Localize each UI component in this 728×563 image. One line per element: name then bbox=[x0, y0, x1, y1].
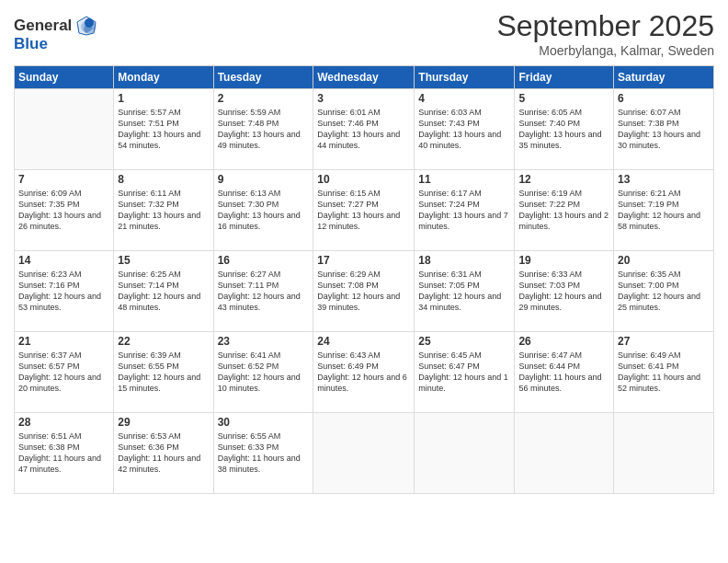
header-friday: Friday bbox=[515, 66, 614, 89]
day-number-3: 3 bbox=[317, 92, 410, 105]
day-info-14: Sunrise: 6:23 AM Sunset: 7:16 PM Dayligh… bbox=[18, 269, 109, 314]
calendar-cell-0-5: 5Sunrise: 6:05 AM Sunset: 7:40 PM Daylig… bbox=[515, 89, 614, 170]
day-info-13: Sunrise: 6:21 AM Sunset: 7:19 PM Dayligh… bbox=[618, 188, 710, 233]
day-number-11: 11 bbox=[418, 173, 510, 186]
calendar-cell-1-4: 11Sunrise: 6:17 AM Sunset: 7:24 PM Dayli… bbox=[415, 170, 515, 251]
logo-text: General Blue bbox=[14, 13, 99, 53]
day-number-15: 15 bbox=[118, 254, 209, 267]
day-number-6: 6 bbox=[618, 92, 710, 105]
weekday-header-row: Sunday Monday Tuesday Wednesday Thursday… bbox=[15, 66, 714, 89]
day-number-14: 14 bbox=[18, 254, 109, 267]
day-number-28: 28 bbox=[18, 416, 109, 429]
day-info-21: Sunrise: 6:37 AM Sunset: 6:57 PM Dayligh… bbox=[18, 350, 109, 395]
logo-general: General bbox=[14, 17, 72, 35]
calendar-cell-1-2: 9Sunrise: 6:13 AM Sunset: 7:30 PM Daylig… bbox=[213, 170, 313, 251]
calendar-cell-3-5: 26Sunrise: 6:47 AM Sunset: 6:44 PM Dayli… bbox=[515, 332, 614, 413]
day-info-23: Sunrise: 6:41 AM Sunset: 6:52 PM Dayligh… bbox=[218, 350, 310, 395]
header-tuesday: Tuesday bbox=[213, 66, 313, 89]
location-subtitle: Moerbylanga, Kalmar, Sweden bbox=[496, 43, 714, 58]
day-info-16: Sunrise: 6:27 AM Sunset: 7:11 PM Dayligh… bbox=[218, 269, 310, 314]
day-number-26: 26 bbox=[518, 335, 609, 348]
calendar-cell-1-0: 7Sunrise: 6:09 AM Sunset: 7:35 PM Daylig… bbox=[15, 170, 114, 251]
day-info-19: Sunrise: 6:33 AM Sunset: 7:03 PM Dayligh… bbox=[518, 269, 609, 314]
day-number-9: 9 bbox=[218, 173, 310, 186]
day-info-4: Sunrise: 6:03 AM Sunset: 7:43 PM Dayligh… bbox=[418, 107, 510, 152]
calendar-cell-2-5: 19Sunrise: 6:33 AM Sunset: 7:03 PM Dayli… bbox=[515, 251, 614, 332]
header-sunday: Sunday bbox=[15, 66, 114, 89]
calendar-cell-0-6: 6Sunrise: 6:07 AM Sunset: 7:38 PM Daylig… bbox=[614, 89, 714, 170]
day-number-1: 1 bbox=[118, 92, 209, 105]
calendar-cell-2-3: 17Sunrise: 6:29 AM Sunset: 7:08 PM Dayli… bbox=[313, 251, 415, 332]
calendar-cell-1-1: 8Sunrise: 6:11 AM Sunset: 7:32 PM Daylig… bbox=[114, 170, 213, 251]
calendar-cell-4-3 bbox=[313, 413, 415, 494]
day-number-29: 29 bbox=[118, 416, 209, 429]
calendar-cell-1-5: 12Sunrise: 6:19 AM Sunset: 7:22 PM Dayli… bbox=[515, 170, 614, 251]
calendar-cell-3-0: 21Sunrise: 6:37 AM Sunset: 6:57 PM Dayli… bbox=[15, 332, 114, 413]
day-number-21: 21 bbox=[18, 335, 109, 348]
day-info-1: Sunrise: 5:57 AM Sunset: 7:51 PM Dayligh… bbox=[118, 107, 209, 152]
day-number-19: 19 bbox=[518, 254, 609, 267]
calendar-cell-0-0 bbox=[15, 89, 114, 170]
day-info-26: Sunrise: 6:47 AM Sunset: 6:44 PM Dayligh… bbox=[518, 350, 609, 395]
calendar-cell-4-1: 29Sunrise: 6:53 AM Sunset: 6:36 PM Dayli… bbox=[114, 413, 213, 494]
calendar-table: Sunday Monday Tuesday Wednesday Thursday… bbox=[14, 65, 714, 494]
day-info-6: Sunrise: 6:07 AM Sunset: 7:38 PM Dayligh… bbox=[618, 107, 710, 152]
day-number-27: 27 bbox=[618, 335, 710, 348]
logo-icon bbox=[74, 13, 99, 39]
calendar-cell-3-6: 27Sunrise: 6:49 AM Sunset: 6:41 PM Dayli… bbox=[614, 332, 714, 413]
day-info-30: Sunrise: 6:55 AM Sunset: 6:33 PM Dayligh… bbox=[218, 431, 310, 476]
day-info-20: Sunrise: 6:35 AM Sunset: 7:00 PM Dayligh… bbox=[618, 269, 710, 314]
month-title: September 2025 bbox=[496, 9, 714, 43]
calendar-cell-2-4: 18Sunrise: 6:31 AM Sunset: 7:05 PM Dayli… bbox=[415, 251, 515, 332]
calendar-cell-2-0: 14Sunrise: 6:23 AM Sunset: 7:16 PM Dayli… bbox=[15, 251, 114, 332]
day-number-12: 12 bbox=[518, 173, 609, 186]
calendar-cell-0-3: 3Sunrise: 6:01 AM Sunset: 7:46 PM Daylig… bbox=[313, 89, 415, 170]
day-number-4: 4 bbox=[418, 92, 510, 105]
header-monday: Monday bbox=[114, 66, 213, 89]
day-number-23: 23 bbox=[218, 335, 310, 348]
day-info-22: Sunrise: 6:39 AM Sunset: 6:55 PM Dayligh… bbox=[118, 350, 209, 395]
calendar-cell-4-4 bbox=[415, 413, 515, 494]
day-info-29: Sunrise: 6:53 AM Sunset: 6:36 PM Dayligh… bbox=[118, 431, 209, 476]
day-number-13: 13 bbox=[618, 173, 710, 186]
week-row-1: 7Sunrise: 6:09 AM Sunset: 7:35 PM Daylig… bbox=[15, 170, 714, 251]
day-number-17: 17 bbox=[317, 254, 410, 267]
day-number-5: 5 bbox=[518, 92, 609, 105]
header-wednesday: Wednesday bbox=[313, 66, 415, 89]
calendar-cell-4-5 bbox=[515, 413, 614, 494]
calendar-cell-3-2: 23Sunrise: 6:41 AM Sunset: 6:52 PM Dayli… bbox=[213, 332, 313, 413]
day-info-10: Sunrise: 6:15 AM Sunset: 7:27 PM Dayligh… bbox=[317, 188, 410, 233]
day-info-17: Sunrise: 6:29 AM Sunset: 7:08 PM Dayligh… bbox=[317, 269, 410, 314]
header-thursday: Thursday bbox=[415, 66, 515, 89]
day-info-3: Sunrise: 6:01 AM Sunset: 7:46 PM Dayligh… bbox=[317, 107, 410, 152]
calendar-cell-4-0: 28Sunrise: 6:51 AM Sunset: 6:38 PM Dayli… bbox=[15, 413, 114, 494]
calendar-cell-3-4: 25Sunrise: 6:45 AM Sunset: 6:47 PM Dayli… bbox=[415, 332, 515, 413]
day-info-28: Sunrise: 6:51 AM Sunset: 6:38 PM Dayligh… bbox=[18, 431, 109, 476]
calendar-cell-0-1: 1Sunrise: 5:57 AM Sunset: 7:51 PM Daylig… bbox=[114, 89, 213, 170]
calendar-cell-2-6: 20Sunrise: 6:35 AM Sunset: 7:00 PM Dayli… bbox=[614, 251, 714, 332]
calendar-cell-0-4: 4Sunrise: 6:03 AM Sunset: 7:43 PM Daylig… bbox=[415, 89, 515, 170]
day-info-15: Sunrise: 6:25 AM Sunset: 7:14 PM Dayligh… bbox=[118, 269, 209, 314]
day-info-9: Sunrise: 6:13 AM Sunset: 7:30 PM Dayligh… bbox=[218, 188, 310, 233]
day-info-18: Sunrise: 6:31 AM Sunset: 7:05 PM Dayligh… bbox=[418, 269, 510, 314]
week-row-4: 28Sunrise: 6:51 AM Sunset: 6:38 PM Dayli… bbox=[15, 413, 714, 494]
day-number-8: 8 bbox=[118, 173, 209, 186]
calendar-cell-2-2: 16Sunrise: 6:27 AM Sunset: 7:11 PM Dayli… bbox=[213, 251, 313, 332]
day-number-25: 25 bbox=[418, 335, 510, 348]
week-row-0: 1Sunrise: 5:57 AM Sunset: 7:51 PM Daylig… bbox=[15, 89, 714, 170]
day-number-18: 18 bbox=[418, 254, 510, 267]
title-block: September 2025 Moerbylanga, Kalmar, Swed… bbox=[496, 9, 714, 58]
week-row-2: 14Sunrise: 6:23 AM Sunset: 7:16 PM Dayli… bbox=[15, 251, 714, 332]
day-info-25: Sunrise: 6:45 AM Sunset: 6:47 PM Dayligh… bbox=[418, 350, 510, 395]
calendar-cell-2-1: 15Sunrise: 6:25 AM Sunset: 7:14 PM Dayli… bbox=[114, 251, 213, 332]
day-info-12: Sunrise: 6:19 AM Sunset: 7:22 PM Dayligh… bbox=[518, 188, 609, 233]
day-number-24: 24 bbox=[317, 335, 410, 348]
day-number-20: 20 bbox=[618, 254, 710, 267]
calendar-cell-4-2: 30Sunrise: 6:55 AM Sunset: 6:33 PM Dayli… bbox=[213, 413, 313, 494]
calendar-cell-1-6: 13Sunrise: 6:21 AM Sunset: 7:19 PM Dayli… bbox=[614, 170, 714, 251]
page: General Blue September 2025 Moerbylanga,… bbox=[0, 0, 728, 563]
day-number-22: 22 bbox=[118, 335, 209, 348]
day-number-2: 2 bbox=[218, 92, 310, 105]
calendar-cell-3-1: 22Sunrise: 6:39 AM Sunset: 6:55 PM Dayli… bbox=[114, 332, 213, 413]
day-info-27: Sunrise: 6:49 AM Sunset: 6:41 PM Dayligh… bbox=[618, 350, 710, 395]
